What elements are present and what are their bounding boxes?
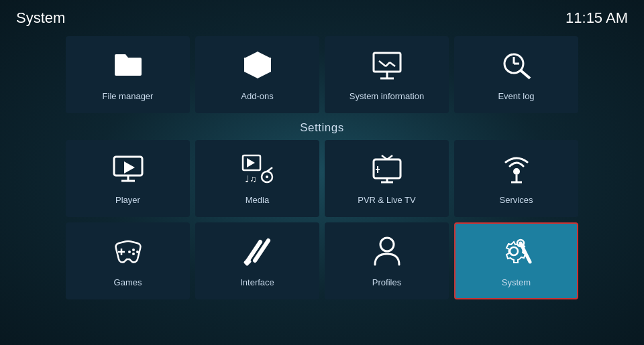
- tile-pvr-label: PVR & Live TV: [358, 195, 415, 205]
- settings-heading: Settings: [0, 121, 644, 135]
- svg-point-45: [380, 238, 394, 251]
- svg-line-10: [390, 62, 395, 66]
- gear-wrench-icon: [500, 235, 533, 272]
- tile-games-label: Games: [114, 277, 142, 287]
- svg-line-24: [267, 167, 272, 171]
- svg-text:♩♫: ♩♫: [245, 174, 257, 184]
- tile-file-manager-label: File manager: [103, 91, 154, 101]
- tile-system[interactable]: System: [454, 222, 578, 299]
- tile-system-info[interactable]: System information: [325, 36, 449, 113]
- tile-system-label: System: [502, 277, 531, 287]
- tile-file-manager[interactable]: File manager: [66, 36, 190, 113]
- svg-point-33: [513, 168, 520, 175]
- tile-services[interactable]: Services: [454, 140, 578, 217]
- presentation-icon: [371, 49, 403, 86]
- settings-grid-row2: Games Interface Profiles: [0, 222, 644, 299]
- tile-profiles-label: Profiles: [372, 277, 401, 287]
- header: System 11:15 AM: [0, 0, 644, 33]
- svg-point-39: [136, 251, 139, 253]
- svg-point-46: [510, 247, 518, 255]
- svg-line-9: [386, 62, 390, 66]
- media-icon: ♩♫: [241, 153, 274, 190]
- tile-pvr[interactable]: PVR & Live TV: [325, 140, 449, 217]
- broadcast-icon: [500, 153, 533, 190]
- gamepad-icon: [112, 235, 144, 272]
- tile-event-log[interactable]: Event log: [454, 36, 578, 113]
- wrench-cross-icon: [241, 235, 274, 272]
- tile-system-info-label: System information: [350, 91, 424, 101]
- folder-icon: [112, 49, 144, 86]
- svg-marker-21: [247, 158, 255, 167]
- tile-event-log-label: Event log: [498, 91, 534, 101]
- top-tiles-grid: File manager Add-ons System: [0, 36, 644, 113]
- tile-add-ons-label: Add-ons: [241, 91, 273, 101]
- box-icon: [241, 49, 274, 86]
- svg-marker-19: [124, 161, 135, 174]
- svg-rect-5: [374, 53, 400, 72]
- tile-interface[interactable]: Interface: [195, 222, 319, 299]
- tv-icon: [371, 153, 403, 190]
- svg-point-23: [266, 176, 268, 178]
- svg-point-41: [128, 251, 131, 253]
- tile-profiles[interactable]: Profiles: [325, 222, 449, 299]
- person-icon: [371, 235, 403, 272]
- tile-services-label: Services: [500, 195, 533, 205]
- play-monitor-icon: [112, 153, 144, 190]
- clock: 11:15 AM: [566, 9, 628, 27]
- svg-point-38: [132, 249, 135, 251]
- tile-interface-label: Interface: [240, 277, 274, 287]
- svg-point-15: [520, 70, 523, 72]
- page-title: System: [16, 9, 65, 27]
- tile-games[interactable]: Games: [66, 222, 190, 299]
- settings-grid-row1: Player ♩♫ Media: [0, 140, 644, 217]
- tile-media-label: Media: [246, 195, 269, 205]
- tile-player[interactable]: Player: [66, 140, 190, 217]
- svg-point-40: [132, 253, 135, 255]
- svg-line-8: [379, 61, 386, 66]
- tile-player-label: Player: [115, 195, 140, 205]
- tile-media[interactable]: ♩♫ Media: [195, 140, 319, 217]
- clock-search-icon: [500, 49, 533, 86]
- tile-add-ons[interactable]: Add-ons: [195, 36, 319, 113]
